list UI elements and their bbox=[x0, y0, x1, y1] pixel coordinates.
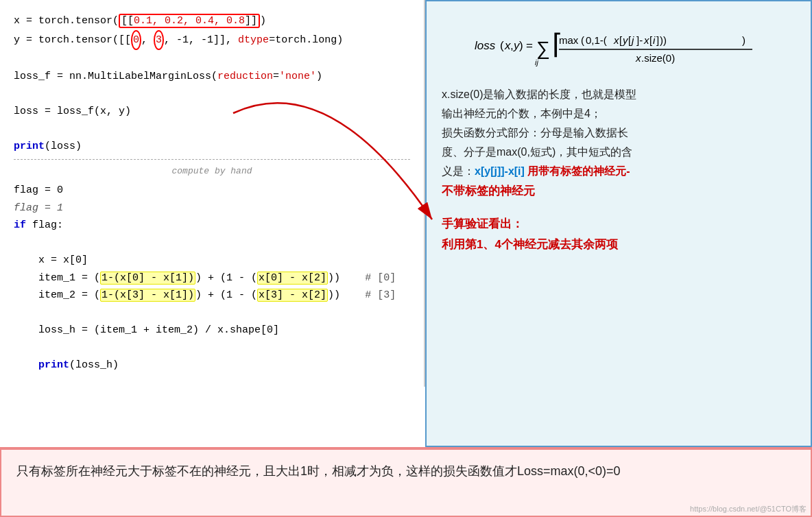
code-line-printlossh: print(loss_h) bbox=[14, 357, 410, 374]
exp-line2: 输出神经元的个数，本例中是4； bbox=[442, 108, 601, 119]
svg-text:): ) bbox=[519, 39, 523, 52]
formula-highlight-blue: x[y[j]]-x[i] bbox=[475, 165, 525, 177]
code-line-4: loss = loss_f(x, y) bbox=[14, 103, 410, 121]
code-line-blank5 bbox=[14, 304, 410, 322]
exp-line3: 损失函数分式部分：分母是输入数据长 bbox=[442, 127, 628, 139]
code-line-blank3 bbox=[14, 120, 410, 138]
svg-text:.size(0): .size(0) bbox=[641, 52, 675, 64]
code-line-flag1: flag = 1 bbox=[14, 200, 410, 217]
bottom-panel: 只有标签所在神经元大于标签不在的神经元，且大出1时，相减才为负，这样的损失函数值… bbox=[0, 448, 812, 517]
formula-svg: loss ( x , y ) = ∑ ij max ( 0,1-( bbox=[471, 14, 766, 75]
svg-text:loss: loss bbox=[475, 39, 496, 52]
svg-text:∑: ∑ bbox=[536, 38, 550, 59]
bottom-text: 只有标签所在神经元大于标签不在的神经元，且大出1时，相减才为负，这样的损失函数值… bbox=[16, 461, 796, 483]
code-line-blank1 bbox=[14, 50, 410, 68]
code-line-item2: item_2 = (1-(x[3] - x[1])) + (1 - (x[3] … bbox=[14, 287, 410, 304]
exp-line5: 义是：x[y[j]]-x[i] 用带有标签的神经元- bbox=[442, 165, 630, 177]
code-line-2: y = torch.tensor([[0, 3, -1, -1]], dtype… bbox=[14, 30, 410, 51]
top-section: x = torch.tensor([[0.1, 0.2, 0.4, 0.8]])… bbox=[0, 0, 812, 448]
exp-red-text1: 用带有标签的神经元- bbox=[527, 165, 630, 177]
svg-text:=: = bbox=[526, 39, 533, 52]
code-line-1: x = torch.tensor([[0.1, 0.2, 0.4, 0.8]]) bbox=[14, 12, 410, 30]
svg-text:): ) bbox=[742, 34, 745, 46]
explanation-text-block: x.size(0)是输入数据的长度，也就是模型 输出神经元的个数，本例中是4； … bbox=[442, 85, 796, 202]
code-line-blank2 bbox=[14, 85, 410, 103]
svg-text:): ) bbox=[663, 34, 667, 46]
divider-line bbox=[14, 159, 410, 160]
code-line-item1: item_1 = (1-(x[0] - x[1])) + (1 - (x[0] … bbox=[14, 269, 410, 287]
code-line-blank6 bbox=[14, 339, 410, 357]
svg-text:0,1-(: 0,1-( bbox=[586, 34, 607, 46]
exp-red-text2: 不带标签的神经元 bbox=[442, 184, 535, 197]
exp-line4: 度、分子是max(0,短式)，其中短式的含 bbox=[442, 146, 632, 158]
code-line-blank4 bbox=[14, 235, 410, 252]
svg-text:x: x bbox=[635, 52, 641, 64]
code-panel: x = torch.tensor([[0.1, 0.2, 0.4, 0.8]])… bbox=[0, 0, 425, 387]
svg-text:x: x bbox=[613, 34, 619, 46]
code-line-5: print(loss) bbox=[14, 138, 410, 156]
compute-label: compute by hand bbox=[14, 164, 410, 179]
watermark: https://blog.csdn.net/@51CTO博客 bbox=[690, 504, 807, 514]
code-line-3: loss_f = nn.MultiLabelMarginLoss(reducti… bbox=[14, 68, 410, 86]
svg-text:i: i bbox=[653, 34, 656, 46]
code-line-flag0: flag = 0 bbox=[14, 182, 410, 200]
code-line-if: if flag: bbox=[14, 217, 410, 235]
code-line-x0: x = x[0] bbox=[14, 252, 410, 269]
code-line-lossh: loss_h = (item_1 + item_2) / x.shape[0] bbox=[14, 322, 410, 339]
svg-text:(: ( bbox=[581, 34, 584, 46]
handcalc-block: 手算验证看出： 利用第1、4个神经元减去其余两项 bbox=[442, 214, 796, 255]
svg-text:]: ] bbox=[656, 34, 659, 46]
handcalc-body: 利用第1、4个神经元减去其余两项 bbox=[442, 238, 618, 251]
y-3-circle: 3 bbox=[154, 30, 164, 51]
main-container: x = torch.tensor([[0.1, 0.2, 0.4, 0.8]])… bbox=[0, 0, 812, 517]
explanation-panel: loss ( x , y ) = ∑ ij max ( 0,1-( bbox=[425, 0, 812, 447]
svg-text:⌈: ⌈ bbox=[552, 29, 563, 59]
svg-text:(: ( bbox=[500, 39, 504, 52]
handcalc-title: 手算验证看出： bbox=[442, 217, 523, 230]
svg-text:ij: ij bbox=[535, 58, 538, 67]
y-0-circle: 0 bbox=[131, 30, 141, 51]
formula-area: loss ( x , y ) = ∑ ij max ( 0,1-( bbox=[442, 14, 796, 75]
code-panel-wrapper: x = torch.tensor([[0.1, 0.2, 0.4, 0.8]])… bbox=[0, 0, 425, 447]
svg-text:x: x bbox=[643, 34, 649, 46]
svg-text:]-: ]- bbox=[636, 34, 643, 46]
exp-line1: x.size(0)是输入数据的长度，也就是模型 bbox=[442, 88, 636, 100]
tensor-x-highlight: [[0.1, 0.2, 0.4, 0.8]] bbox=[119, 14, 260, 28]
